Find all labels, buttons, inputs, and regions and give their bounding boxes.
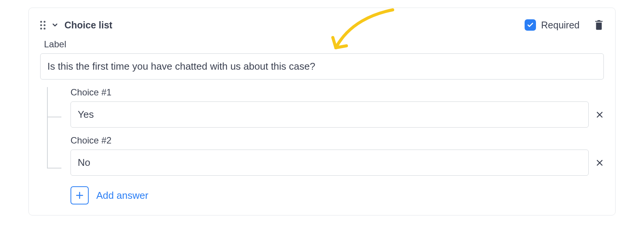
header-left: Choice list	[40, 20, 112, 31]
field-type-label: Choice list	[64, 20, 112, 31]
choice-caption: Choice #2	[71, 135, 604, 146]
choice-row	[71, 101, 604, 128]
annotation-arrow-icon	[328, 8, 396, 57]
add-answer-label[interactable]: Add answer	[96, 190, 148, 201]
label-caption: Label	[44, 39, 604, 50]
choice-caption: Choice #1	[71, 87, 604, 98]
choice-row	[71, 150, 604, 176]
tree-connector-icon	[47, 117, 61, 168]
close-icon	[595, 111, 604, 119]
required-toggle[interactable]: Required	[525, 19, 580, 31]
trash-icon	[594, 19, 604, 31]
drag-handle-icon[interactable]	[40, 21, 45, 30]
tree-connector-icon	[47, 87, 61, 117]
choice-block-1: Choice #1	[71, 87, 604, 128]
choice-list-card: Choice list Required Label Choice #1	[28, 8, 616, 215]
required-label: Required	[541, 20, 580, 31]
plus-icon	[75, 191, 84, 200]
remove-choice-button[interactable]	[595, 159, 604, 167]
choice-block-2: Choice #2	[71, 135, 604, 176]
collapse-chevron-down-icon[interactable]	[51, 21, 59, 29]
delete-button[interactable]	[594, 19, 604, 31]
choices-container: Choice #1 Choice #2 Add answer	[40, 87, 604, 204]
header-right: Required	[525, 19, 604, 31]
close-icon	[595, 159, 604, 167]
remove-choice-button[interactable]	[595, 111, 604, 119]
card-header: Choice list Required	[40, 19, 604, 31]
required-checkbox[interactable]	[525, 19, 536, 31]
choice-input-2[interactable]	[71, 150, 589, 176]
add-answer-row: Add answer	[71, 186, 604, 204]
add-answer-button[interactable]	[71, 186, 89, 204]
label-input[interactable]	[40, 53, 604, 80]
choice-input-1[interactable]	[71, 101, 589, 128]
